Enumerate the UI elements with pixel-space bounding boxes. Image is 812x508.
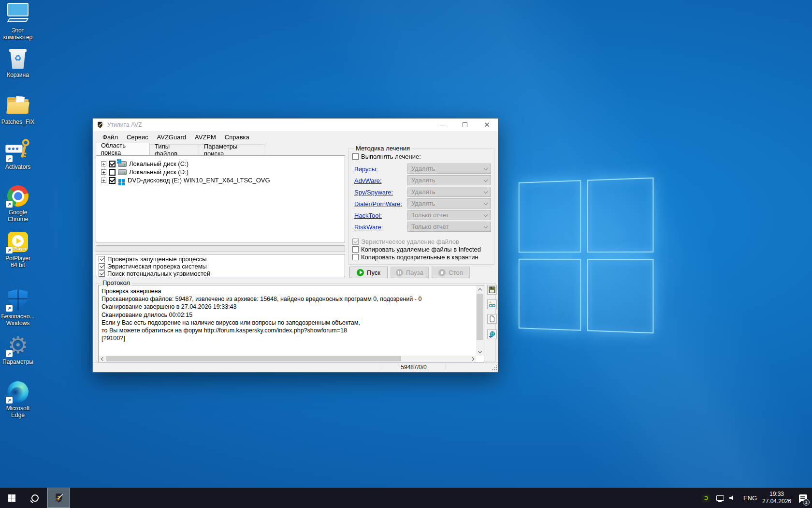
protocol-log[interactable]: Проверка завершена Просканировано файлов… [98,285,484,362]
checkbox-checked[interactable] [99,263,105,269]
scrollbar-thumb[interactable] [477,294,483,340]
desktop-icon-patches-fix[interactable]: Patches_FIX [1,94,34,125]
checkbox-checked-disabled [352,239,359,245]
vertical-scrollbar[interactable] [476,285,484,356]
desktop-icon-recycle-bin[interactable]: ♻ Корзина [1,47,34,78]
advware-link[interactable]: AdvWare: [354,177,382,184]
taskbar-avz-app-button[interactable]: Z [47,488,70,508]
checkbox-checked[interactable] [99,270,105,277]
shortcut-arrow-icon [6,397,13,403]
desktop-icon-activators[interactable]: Activators [1,139,34,170]
option-vulnerability-search[interactable]: Поиск потенциальных уязвимостей [99,270,210,277]
tree-item-drive-c[interactable]: Локальный диск (C:) [101,160,188,168]
save-log-button[interactable] [487,285,497,295]
key-icon [5,139,31,162]
desktop-icon-potplayer[interactable]: Player PotPlayer 64 bit [1,230,34,269]
log-text: Проверка завершена Просканировано файлов… [102,287,473,342]
log-line: то Вы можете обратиться на форум http://… [102,327,473,334]
taskbar-clock[interactable]: 19:33 27.04.2026 [761,488,793,508]
viruses-link[interactable]: Вирусы: [354,165,378,173]
language-indicator[interactable]: ENG [740,488,760,508]
desktop-icon-microsoft-edge[interactable]: Microsoft Edge [1,380,34,418]
scrollbar-thumb[interactable] [106,356,401,361]
expand-plus-icon[interactable] [101,161,106,166]
expand-plus-icon[interactable] [101,178,106,183]
desktop-icon-google-chrome[interactable]: Google Chrome [1,184,34,223]
option-check-processes[interactable]: Проверять запущенные процессы [99,255,207,263]
windows-start-icon [8,494,12,498]
scan-counter: 59487/0/0 [382,364,445,371]
perform-treatment-option[interactable]: Выполнять лечение: [352,153,421,160]
network-tray-icon[interactable] [713,488,727,508]
chevron-down-icon [484,213,488,217]
menu-avzpm[interactable]: AVZPM [190,133,220,142]
analysis-wizard-button[interactable] [487,299,497,309]
tree-checkbox-checked[interactable] [109,161,116,167]
desktop-icon-label: Параметры [2,359,33,365]
tab-search-parameters[interactable]: Параметры поиска [199,144,264,155]
option-heuristic-check[interactable]: Эвристическая проверка системы [99,263,207,270]
recycle-bin-icon: ♻ [5,47,31,70]
window-title: Утилита AVZ [107,121,142,128]
drive-tree[interactable]: Локальный диск (C:) Локальный диск (D:) … [96,155,345,242]
start-button[interactable]: Пуск [349,267,388,278]
start-button[interactable] [0,488,23,508]
action-center-button[interactable]: 1 [795,488,811,508]
menu-service[interactable]: Сервис [122,133,153,142]
scroll-down-icon[interactable] [476,348,484,356]
menu-help[interactable]: Справка [220,133,254,142]
checkbox-checked[interactable] [99,256,105,262]
spyware-link[interactable]: Spy/Spyware: [354,189,393,196]
taskbar-search-button[interactable] [23,488,46,508]
clock-time: 19:33 [762,491,791,498]
tab-search-area[interactable]: Область поиска [96,143,150,155]
dialer-action-select: Удалять [407,198,491,209]
title-bar[interactable]: Z Утилита AVZ ✕ [93,119,498,131]
scroll-left-icon[interactable] [99,356,105,362]
windows-security-shield-icon [5,288,31,312]
menu-avzguard[interactable]: AVZGuard [153,133,190,142]
avz-window: Z Утилита AVZ ✕ Файл Сервис AVZGuard AVZ… [92,118,498,373]
new-log-button[interactable] [487,314,497,324]
volume-tray-icon[interactable]: ) [727,488,740,508]
wizard-glasses-icon [489,301,495,308]
tree-checkbox-unchecked[interactable] [109,169,116,176]
desktop-icon-settings[interactable]: ⚙ Параметры [1,334,34,365]
copy-deleted-option[interactable]: Копировать удаляемые файлы в Infected [352,246,481,253]
dialer-link[interactable]: Dialer/PornWare: [354,200,402,208]
tree-checkbox-checked[interactable] [109,177,116,184]
expand-plus-icon[interactable] [101,169,106,175]
maximize-button[interactable] [454,119,476,131]
close-button[interactable]: ✕ [476,119,498,131]
desktop-icon-this-pc[interactable]: Этот компьютер [1,2,34,41]
stop-icon [438,269,446,276]
desktop-icon-label: Activators [5,164,31,170]
web-forum-button[interactable] [487,329,497,339]
desktop-wallpaper: Этот компьютер ♻ Корзина Patches_FIX Act… [0,0,812,488]
tree-item-drive-d[interactable]: Локальный диск (D:) [101,168,188,176]
checkbox-unchecked[interactable] [352,246,359,253]
tab-file-types[interactable]: Типы файлов [149,144,199,155]
settings-gear-icon: ⚙ [5,334,31,357]
menu-file[interactable]: Файл [98,133,122,142]
horizontal-scrollbar[interactable] [99,356,476,362]
riskware-link[interactable]: RiskWare: [354,224,383,231]
checkbox-unchecked[interactable] [352,254,359,260]
menu-bar: Файл Сервис AVZGuard AVZPM Справка [93,131,498,143]
resize-grip[interactable] [492,365,497,370]
desktop-icon-windows-security[interactable]: Безопасно... Windows [1,288,34,327]
scroll-up-icon[interactable] [476,285,484,293]
scan-progress-bar [96,245,345,252]
desktop-icon-label: Patches_FIX [1,119,35,125]
nvidia-tray-icon[interactable] [699,488,712,508]
clock-date: 27.04.2026 [762,498,791,505]
status-divider [446,364,446,370]
hacktool-link[interactable]: HackTool: [354,212,382,219]
copy-suspicious-option[interactable]: Копировать подозрительные в карантин [352,254,478,261]
status-bar: 59487/0/0 [93,362,498,371]
checkbox-unchecked[interactable] [352,153,359,160]
this-pc-icon [5,2,31,26]
scroll-right-icon[interactable] [469,356,476,362]
tree-item-dvd-e[interactable]: DVD-дисковод (E:) WIN10_ENT_X64_LTSC_OVG [101,176,270,184]
minimize-button[interactable] [432,119,453,131]
